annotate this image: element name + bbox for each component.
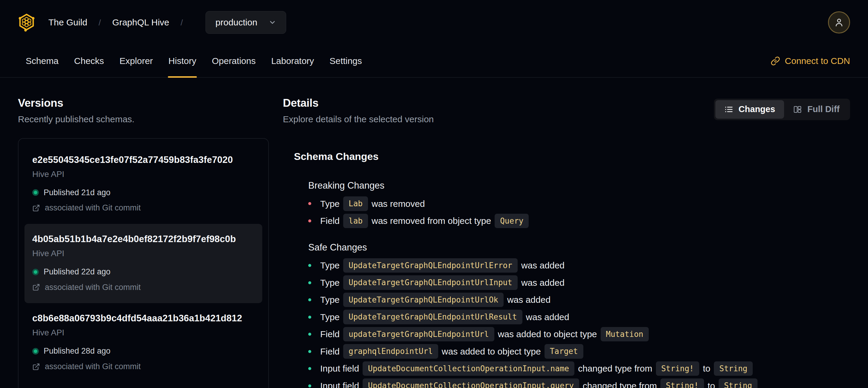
code-badge: UpdateTargetGraphQLEndpointUrlOk <box>343 293 504 307</box>
tab-history[interactable]: History <box>161 45 204 77</box>
git-commit-link[interactable]: associated with Git commit <box>32 203 254 213</box>
toggle-label: Changes <box>739 104 775 114</box>
change-section-title: Safe Changes <box>308 242 850 253</box>
details-panel: Details Explore details of the selected … <box>283 96 850 388</box>
change-item: Fieldlabwas removed from object typeQuer… <box>308 214 850 228</box>
tab-explorer[interactable]: Explorer <box>112 45 161 77</box>
published-label: Published 22d ago <box>43 267 111 277</box>
version-hash: 4b05ab51b1b4a7e2e4b0ef82172f2b9f7ef98c0b <box>32 234 254 245</box>
change-text: Field <box>320 329 340 340</box>
change-item: TypeUpdateTargetGraphQLEndpointUrlOkwas … <box>308 293 850 307</box>
code-badge: UpdateTargetGraphQLEndpointUrlInput <box>343 275 518 290</box>
safe-bullet-icon <box>308 333 311 336</box>
version-meta: Published 22d agoassociated with Git com… <box>32 267 254 293</box>
details-title: Details <box>283 96 434 110</box>
change-item: FieldupdateTargetGraphQLEndpointUrlwas a… <box>308 327 850 342</box>
user-menu-button[interactable] <box>828 11 850 33</box>
version-hash: c8b6e88a06793b9c4dfd54aaa21b36a1b421d812 <box>32 313 254 324</box>
change-list: TypeUpdateTargetGraphQLEndpointUrlErrorw… <box>308 258 850 388</box>
breadcrumb-project[interactable]: GraphQL Hive <box>112 17 169 28</box>
tabs-bar: SchemaChecksExplorerHistoryOperationsLab… <box>0 45 868 78</box>
safe-bullet-icon <box>308 264 311 267</box>
breadcrumb-separator: / <box>181 17 183 28</box>
tabs: SchemaChecksExplorerHistoryOperationsLab… <box>18 45 370 77</box>
published-row: Published 22d ago <box>32 267 254 277</box>
changes-button[interactable]: Changes <box>715 100 784 119</box>
change-text: Type <box>320 260 340 271</box>
connect-to-cdn-label: Connect to CDN <box>785 55 850 67</box>
code-badge: Target <box>545 344 583 359</box>
columns-icon <box>793 105 802 114</box>
git-commit-label: associated with Git commit <box>45 282 141 293</box>
change-text: Input field <box>320 363 359 374</box>
code-badge: String <box>714 361 753 376</box>
change-text: to <box>703 363 710 374</box>
change-text: was added to object type <box>498 329 597 340</box>
code-badge: String! <box>656 361 700 376</box>
tab-schema[interactable]: Schema <box>18 45 66 77</box>
tab-operations[interactable]: Operations <box>204 45 264 77</box>
tab-settings[interactable]: Settings <box>322 45 370 77</box>
code-badge: Mutation <box>601 327 649 342</box>
tab-checks[interactable]: Checks <box>66 45 112 77</box>
change-text: Type <box>320 277 340 289</box>
external-link-icon <box>32 363 40 371</box>
git-commit-label: associated with Git commit <box>45 362 141 372</box>
breaking-bullet-icon <box>308 219 311 222</box>
code-badge: lab <box>343 214 368 228</box>
version-meta: Published 28d agoassociated with Git com… <box>32 346 254 372</box>
schema-changes-section: Schema Changes Breaking ChangesTypeLabwa… <box>294 150 850 388</box>
code-badge: UpdateDocumentCollectionOperationInput.n… <box>363 361 575 376</box>
change-item: FieldgraphqlEndpointUrlwas added to obje… <box>308 344 850 359</box>
change-item: Input fieldUpdateDocumentCollectionOpera… <box>308 361 850 376</box>
versions-subtitle: Recently published schemas. <box>18 114 269 125</box>
code-badge: String! <box>660 379 704 388</box>
link-icon <box>771 56 780 66</box>
git-commit-link[interactable]: associated with Git commit <box>32 282 254 293</box>
version-service: Hive API <box>32 248 254 259</box>
version-service: Hive API <box>32 327 254 338</box>
schema-changes-title: Schema Changes <box>294 150 850 163</box>
change-text: was added <box>521 277 564 289</box>
hive-logo-icon[interactable] <box>18 12 35 32</box>
external-link-icon <box>32 283 40 291</box>
main-content: Versions Recently published schemas. e2e… <box>0 78 868 388</box>
change-item: TypeLabwas removed <box>308 197 850 211</box>
change-text: to <box>708 380 715 388</box>
breaking-bullet-icon <box>308 202 311 205</box>
change-text: Field <box>320 215 340 227</box>
published-row: Published 28d ago <box>32 346 254 356</box>
tab-laboratory[interactable]: Laboratory <box>264 45 322 77</box>
safe-bullet-icon <box>308 350 311 353</box>
versions-list: e2e55045345ce13fe07f52a77459b83fa3fe7020… <box>18 138 269 388</box>
code-badge: graphqlEndpointUrl <box>343 344 438 359</box>
external-link-icon <box>32 204 40 212</box>
change-sections: Breaking ChangesTypeLabwas removedFieldl… <box>294 180 850 388</box>
change-text: Type <box>320 198 340 210</box>
change-text: was removed from object type <box>372 215 491 227</box>
code-badge: Query <box>495 214 529 228</box>
safe-bullet-icon <box>308 384 311 387</box>
published-status-dot <box>32 189 39 196</box>
git-commit-link[interactable]: associated with Git commit <box>32 362 254 372</box>
published-status-dot <box>32 348 39 355</box>
version-card[interactable]: 4b05ab51b1b4a7e2e4b0ef82172f2b9f7ef98c0b… <box>25 224 262 303</box>
version-card[interactable]: a823f6db2a55df877dcf406006abca97fcc4858c… <box>25 383 262 388</box>
target-selector-button[interactable]: production <box>206 11 286 34</box>
version-card[interactable]: e2e55045345ce13fe07f52a77459b83fa3fe7020… <box>25 145 262 224</box>
breadcrumb-org[interactable]: The Guild <box>49 17 87 28</box>
change-item: TypeUpdateTargetGraphQLEndpointUrlInputw… <box>308 275 850 290</box>
connect-to-cdn-button[interactable]: Connect to CDN <box>771 55 850 67</box>
change-text: Type <box>320 294 340 305</box>
breaking-changes-section: Breaking ChangesTypeLabwas removedFieldl… <box>308 180 850 228</box>
code-badge: UpdateTargetGraphQLEndpointUrlError <box>343 258 518 273</box>
full-diff-button[interactable]: Full Diff <box>784 100 848 119</box>
app-window: The Guild / GraphQL Hive / production Sc… <box>0 0 868 388</box>
version-card[interactable]: c8b6e88a06793b9c4dfd54aaa21b36a1b421d812… <box>25 303 262 382</box>
safe-changes-section: Safe ChangesTypeUpdateTargetGraphQLEndpo… <box>308 242 850 388</box>
change-text: changed type from <box>583 380 657 388</box>
change-text: was added <box>521 260 564 271</box>
change-list: TypeLabwas removedFieldlabwas removed fr… <box>308 197 850 228</box>
change-text: Input field <box>320 380 359 388</box>
details-subtitle: Explore details of the selected version <box>283 114 434 125</box>
